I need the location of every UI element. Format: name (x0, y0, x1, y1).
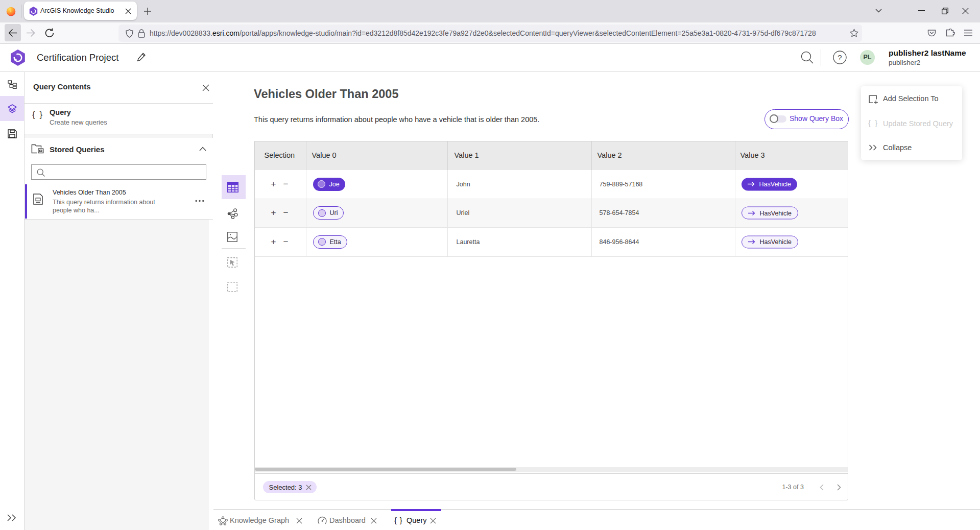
svg-text:?: ? (838, 53, 842, 62)
